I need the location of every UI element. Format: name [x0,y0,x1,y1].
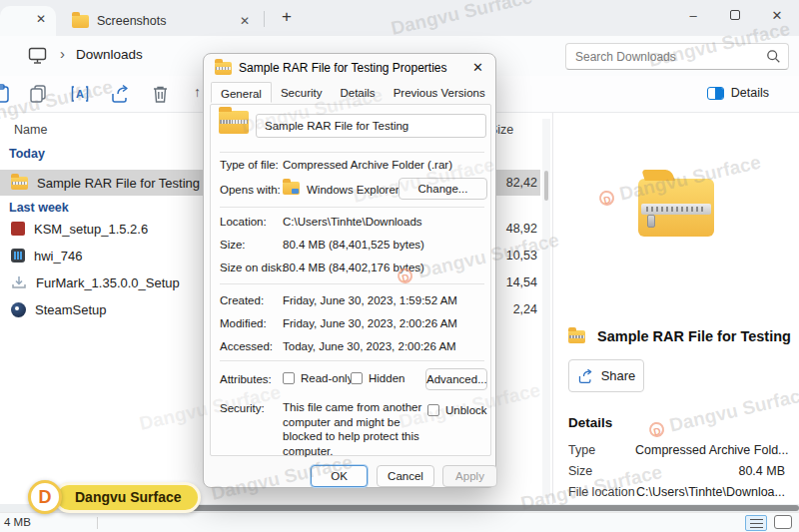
active-tab-fragment[interactable]: ✕ [0,6,56,36]
close-tab-icon[interactable]: ✕ [36,12,46,26]
tab-screenshots-label: Screenshots [97,14,166,28]
filename-input[interactable] [256,114,486,138]
readonly-label: Read-only [301,372,353,384]
divider [220,283,484,284]
column-header-name[interactable]: Name [14,123,47,137]
scrollbar-thumb[interactable] [92,505,799,511]
group-header-last-week[interactable]: Last week [9,201,69,215]
size-value: 80.4 MB (84,401,525 bytes) [283,239,424,251]
hwinfo-app-icon [11,249,25,263]
detail-value: 80.4 MB [738,464,785,478]
zip-folder-icon [215,62,232,75]
dialog-tab-previous-versions[interactable]: Previous Versions [385,84,494,105]
detail-row-type: Type Compressed Archive Fold... [568,443,785,461]
modified-value: Friday, June 30, 2023, 2:00:26 AM [283,317,457,329]
location-label: Location: [220,216,267,228]
share-icon[interactable] [110,84,131,104]
installer-icon [11,275,27,290]
divider [220,360,484,361]
status-divider [97,517,98,529]
advanced-button[interactable]: Advanced... [425,368,487,390]
details-heading: Details [568,415,612,430]
readonly-checkbox[interactable]: Read-only [283,372,353,384]
detail-label: Size [568,464,592,478]
unblock-label: Unblock [445,404,487,416]
steam-app-icon [11,302,26,317]
vertical-scrollbar[interactable] [542,119,550,498]
dialog-tab-general[interactable]: General [211,82,272,103]
accessed-value: Today, June 30, 2023, 2:00:26 AM [283,340,456,352]
attributes-label: Attributes: [220,373,272,385]
cancel-button[interactable]: Cancel [377,465,434,487]
divider [220,152,484,153]
detail-row-file-location: File location C:\Users\Tinhte\Downloa... [568,485,785,503]
type-of-file-value: Compressed Archive Folder (.rar) [283,159,452,171]
ok-button[interactable]: OK [311,465,368,487]
file-name: KSM_setup_1.5.2.6 [34,222,148,237]
rename-icon[interactable]: A [70,84,90,104]
scrollbar-thumb[interactable] [544,171,548,201]
checkbox-icon[interactable] [283,372,295,384]
delete-icon[interactable] [151,84,170,104]
close-window-button[interactable]: ✕ [757,0,797,32]
close-tab-icon[interactable]: ✕ [240,14,250,28]
detail-value: C:\Users\Tinhte\Downloa... [636,485,785,499]
dialog-tab-strip: General Security Details Previous Versio… [211,84,494,105]
change-button[interactable]: Change... [399,178,487,200]
windows-explorer-icon [283,182,300,195]
status-bar: 4 MB [0,512,799,532]
maximize-icon [730,10,740,20]
new-tab-button[interactable]: + [274,4,300,30]
search-box[interactable] [565,43,789,70]
status-size-text: 4 MB [4,516,31,528]
breadcrumb[interactable]: Downloads [76,47,143,62]
hidden-checkbox[interactable]: Hidden [351,372,404,384]
share-button-label: Share [601,368,636,383]
list-view-icon[interactable] [745,515,767,531]
zip-folder-preview-icon [638,179,714,237]
file-name: FurMark_1.35.0.0_Setup [36,275,180,290]
horizontal-scrollbar[interactable] [0,504,799,512]
detail-label: Type [568,443,595,457]
group-header-today[interactable]: Today [9,147,45,161]
details-pane: Sample RAR File for Testing Share Detail… [552,113,799,512]
ksm-app-icon [11,222,25,236]
modified-label: Modified: [220,317,267,329]
sort-icon[interactable]: ↑ [194,84,201,100]
zip-folder-icon [568,330,585,343]
checkbox-icon[interactable] [351,372,363,384]
share-button[interactable]: Share [568,359,644,392]
breadcrumb-chevron-icon: › [60,45,65,62]
selected-item-title-row: Sample RAR File for Testing [568,328,791,344]
minimize-button[interactable]: – [673,0,713,32]
paste-icon[interactable] [0,84,11,104]
dialog-tab-security[interactable]: Security [272,84,332,105]
search-icon[interactable] [766,49,781,64]
tab-screenshots[interactable]: Screenshots ✕ [62,6,260,36]
file-name: Sample RAR File for Testing [37,176,200,191]
zip-folder-icon [11,177,28,190]
type-of-file-label: Type of file: [220,159,279,171]
dialog-tab-details[interactable]: Details [331,84,384,105]
accessed-label: Accessed: [220,340,273,352]
dialog-title: Sample RAR File for Testing Properties [239,61,447,75]
apply-button[interactable]: Apply [442,465,497,487]
dialog-title-bar[interactable]: Sample RAR File for Testing Properties ✕ [204,54,495,81]
created-value: Friday, June 30, 2023, 1:59:52 AM [283,294,457,306]
selected-item-title: Sample RAR File for Testing [597,328,791,344]
size-label: Size: [220,239,246,251]
detail-label: File location [568,485,635,499]
search-input[interactable] [575,45,760,68]
this-pc-icon[interactable] [28,47,47,64]
security-label: Security: [220,402,265,414]
thumbnail-view-icon[interactable] [774,515,792,529]
checkbox-icon[interactable] [427,404,439,416]
opens-with-value: Windows Explorer [307,184,400,196]
file-name: hwi_746 [34,249,82,264]
copy-icon[interactable] [28,84,48,104]
detail-value: Compressed Archive Fold... [635,443,785,457]
maximize-button[interactable] [715,0,755,32]
details-pane-toggle-button[interactable]: Details [701,82,775,104]
dialog-close-icon[interactable]: ✕ [472,60,483,75]
unblock-checkbox[interactable]: Unblock [427,404,487,416]
